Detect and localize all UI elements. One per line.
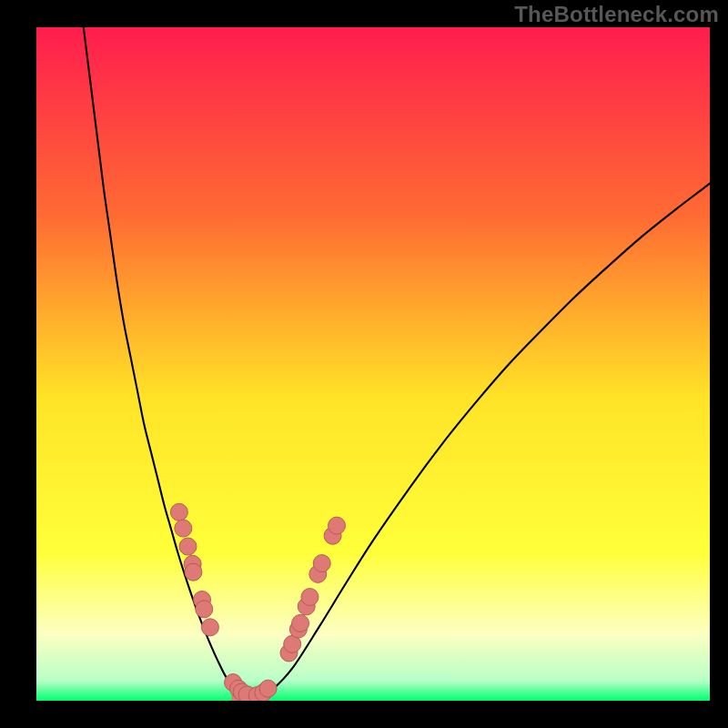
plot-area <box>36 27 710 701</box>
data-marker <box>185 563 202 581</box>
watermark-text: TheBottleneck.com <box>514 2 719 27</box>
data-marker <box>259 680 277 697</box>
data-marker <box>201 619 218 636</box>
data-marker <box>329 517 346 534</box>
data-marker <box>179 538 197 555</box>
data-marker <box>313 555 330 572</box>
data-marker <box>196 601 213 618</box>
data-marker <box>175 520 192 537</box>
bottleneck-chart <box>36 27 710 701</box>
data-marker <box>170 503 187 521</box>
data-marker <box>292 614 309 632</box>
data-marker <box>301 589 318 606</box>
chart-frame: TheBottleneck.com <box>0 0 728 728</box>
gradient-background <box>36 27 710 701</box>
